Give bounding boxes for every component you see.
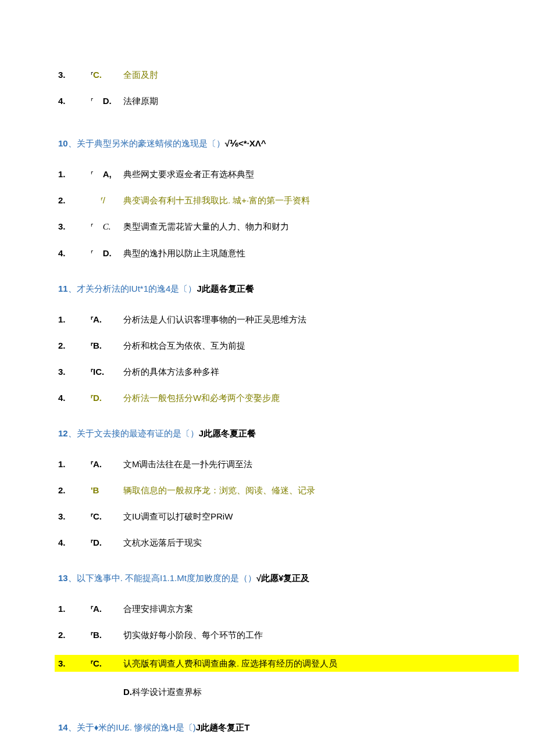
question-note: J此趟冬复正T — [196, 721, 250, 733]
question-stem: 11 、 才关分析法的IUt*1的逸4是〔） J此题各复正餐 — [58, 282, 477, 295]
option-row: 2. ʳB. 切实做好每小阶段、每个环节的工作 — [58, 629, 477, 641]
option-index: 4. — [58, 247, 91, 259]
option-row: 2. 'B 辆取信息的一般叔序龙：浏览、阅读、偹迷、记录 — [58, 484, 477, 496]
option-index: 4. — [58, 392, 91, 404]
option-row: 1. ʳA. 文M调击法往在是一扑先行调至法 — [58, 458, 477, 470]
option-index: 3. — [58, 366, 91, 378]
option-mark: 'B — [91, 484, 123, 496]
option-mark: ʳIC. — [91, 366, 123, 378]
option-mark: ʳD. — [91, 536, 123, 549]
question-sep: 、 — [68, 721, 77, 733]
option-text: 科学设计遐查界标 — [132, 686, 202, 698]
option-text: 认亮版有调查人费和调查曲象. 应选择有经历的调登人员 — [123, 657, 337, 669]
option-mark: ʳ D. — [91, 95, 123, 107]
question-stem: 12 、 关于文去接的最迹有证的是〔） J此愿冬夏正餐 — [58, 427, 477, 439]
option-text: 分析的具体方法多种多祥 — [123, 366, 219, 378]
option-mark: ʳA. — [91, 603, 123, 615]
question-sep: 、 — [68, 572, 77, 584]
question-note: J此题各复正餐 — [197, 282, 254, 295]
option-text: 文M调击法往在是一扑先行调至法 — [123, 458, 253, 470]
option-mark: ʳC. — [91, 510, 123, 522]
question-note: √此愿¥复正及 — [256, 572, 310, 584]
option-index: 1. — [58, 168, 91, 180]
option-text: 分析和枕合互为依依、互为前提 — [123, 339, 245, 352]
option-mark: ʳA. — [91, 313, 123, 325]
question-number: 10 — [58, 137, 68, 149]
option-index: 1. — [58, 458, 91, 470]
option-row: 2. ʳB. 分析和枕合互为依依、互为前提 — [58, 339, 477, 352]
option-index: 4. — [58, 536, 91, 549]
option-text: 典变调会有利十五排我取比. 城+·富的第一手资料 — [123, 194, 310, 206]
option-mark: ʳD. — [91, 392, 123, 404]
option-row: 1. ʳA. 合理安排调京方案 — [58, 603, 477, 615]
option-mark: ʳ D. — [91, 247, 123, 259]
option-text: 切实做好每小阶段、每个环节的工作 — [123, 629, 263, 641]
option-row: 3. ʳC. 文IU调查可以打破时空PRiW — [58, 510, 477, 522]
option-row: 4. ʳ D. 典型的逸扑用以防止主巩随意性 — [58, 247, 477, 259]
option-mark: ʳC. — [91, 69, 123, 81]
option-text: 法律原期 — [123, 95, 158, 107]
option-row: 4. ʳ D. 法律原期 — [58, 95, 477, 107]
option-text: 典型的逸扑用以防止主巩随意性 — [123, 247, 245, 259]
option-row: 4. ʳD. 文杭水远落后于现实 — [58, 536, 477, 549]
question-note: √⅟₆<*·XΛ^ — [225, 137, 266, 149]
option-index: 4. — [58, 95, 91, 107]
option-text: 奥型调查无需花皆大量的人力、物力和财力 — [123, 220, 289, 232]
option-row: D. 科学设计遐查界标 — [58, 686, 477, 698]
question-stem: 10 、 关于典型另米的豪迷蜻候的逸现是〔） √⅟₆<*·XΛ^ — [58, 137, 477, 149]
option-text: 文杭水远落后于现实 — [123, 536, 202, 549]
option-mark: ʳA. — [91, 458, 123, 470]
option-index: 1. — [58, 313, 91, 325]
option-row: 3. ʳIC. 分析的具体方法多种多祥 — [58, 366, 477, 378]
question-number: 12 — [58, 427, 68, 439]
option-index: 2. — [58, 629, 91, 641]
question-stem: 13 、 以下逸事中. 不能提高I1.1.Mt度加败度的是（） √此愿¥复正及 — [58, 572, 477, 584]
question-sep: 、 — [68, 137, 77, 149]
question-note: J此愿冬夏正餐 — [199, 427, 256, 439]
option-index: 2. — [58, 484, 91, 496]
option-letter: D. — [123, 686, 132, 698]
option-index: 3. — [58, 510, 91, 522]
question-text: 关于典型另米的豪迷蜻候的逸现是〔） — [77, 137, 225, 149]
option-row: 1. ʳA. 分析法是人们认识客理事物的一种正吴思维方法 — [58, 313, 477, 325]
question-number: 13 — [58, 572, 68, 584]
option-text: 文IU调查可以打破时空PRiW — [123, 510, 233, 522]
option-row: 3. ʳ C. 奥型调查无需花皆大量的人力、物力和财力 — [58, 220, 477, 233]
option-text: 全面及肘 — [123, 69, 158, 81]
option-mark: ʳ C. — [91, 220, 123, 233]
question-text: 才关分析法的IUt*1的逸4是〔） — [77, 282, 197, 295]
option-mark: ʳC. — [91, 657, 123, 669]
option-row-highlighted: 3. ʳC. 认亮版有调查人费和调查曲象. 应选择有经历的调登人员 — [55, 655, 512, 672]
question-stem: 14 、 关于♦米的IU£. 惨候的逸H是〔) J此趟冬复正T — [58, 721, 477, 733]
option-mark: ʳ A, — [91, 168, 123, 180]
question-text: 以下逸事中. 不能提高I1.1.Mt度加败度的是（） — [77, 572, 256, 584]
question-text: 关于文去接的最迹有证的是〔） — [77, 427, 199, 439]
option-row: 3. ʳC. 全面及肘 — [58, 69, 477, 81]
option-index: 3. — [58, 69, 91, 81]
question-number: 14 — [58, 721, 68, 733]
option-index: 2. — [58, 194, 91, 206]
option-index: 3. — [58, 220, 91, 232]
option-text: 分析法一般包括分W和必考两个变娶步鹿 — [123, 392, 280, 404]
option-index: 1. — [58, 603, 91, 615]
option-row: 2. ʳ/ 典变调会有利十五排我取比. 城+·富的第一手资料 — [58, 194, 477, 206]
question-text: 关于♦米的IU£. 惨候的逸H是〔) — [77, 721, 196, 733]
option-index: 3. — [58, 657, 91, 669]
option-text: 分析法是人们认识客理事物的一种正吴思维方法 — [123, 313, 306, 325]
option-mark: ʳ/ — [91, 194, 123, 206]
option-text: 典些网丈要求遐佥者正有选杯典型 — [123, 168, 254, 180]
option-index: 2. — [58, 339, 91, 352]
option-row: 4. ʳD. 分析法一般包括分W和必考两个变娶步鹿 — [58, 392, 477, 404]
option-text: 辆取信息的一般叔序龙：浏览、阅读、偹迷、记录 — [123, 484, 315, 496]
option-mark: ʳB. — [91, 339, 123, 352]
option-mark: ʳB. — [91, 629, 123, 641]
question-sep: 、 — [68, 427, 77, 439]
option-text: 合理安排调京方案 — [123, 603, 193, 615]
question-number: 11 — [58, 282, 68, 295]
option-row: 1. ʳ A, 典些网丈要求遐佥者正有选杯典型 — [58, 168, 477, 180]
document-page: 3. ʳC. 全面及肘 4. ʳ D. 法律原期 10 、 关于典型另米的豪迷蜻… — [0, 0, 535, 756]
question-sep: 、 — [68, 282, 77, 295]
